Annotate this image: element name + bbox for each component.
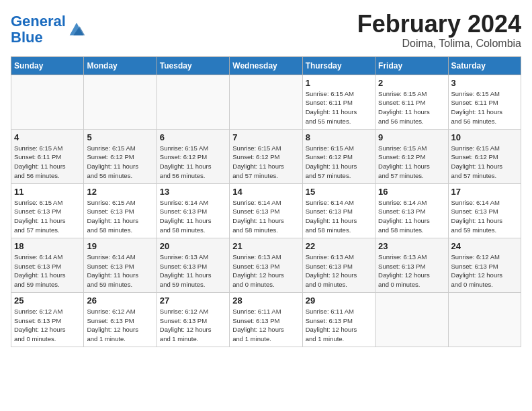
- day-number: 9: [378, 132, 445, 142]
- calendar-cell: 21Sunrise: 6:13 AM Sunset: 6:13 PM Dayli…: [230, 238, 302, 292]
- day-info: Sunrise: 6:12 AM Sunset: 6:13 PM Dayligh…: [451, 253, 518, 289]
- logo-text: GeneralBlue: [11, 13, 66, 46]
- calendar-cell: 8Sunrise: 6:15 AM Sunset: 6:12 PM Daylig…: [302, 129, 375, 183]
- day-info: Sunrise: 6:14 AM Sunset: 6:13 PM Dayligh…: [306, 198, 372, 235]
- day-info: Sunrise: 6:15 AM Sunset: 6:13 PM Dayligh…: [87, 198, 153, 235]
- calendar-cell: 24Sunrise: 6:12 AM Sunset: 6:13 PM Dayli…: [448, 238, 521, 292]
- day-number: 10: [451, 132, 518, 142]
- day-number: 26: [87, 295, 153, 306]
- calendar-cell: 18Sunrise: 6:14 AM Sunset: 6:13 PM Dayli…: [11, 238, 84, 292]
- day-info: Sunrise: 6:13 AM Sunset: 6:13 PM Dayligh…: [378, 253, 445, 289]
- day-info: Sunrise: 6:15 AM Sunset: 6:11 PM Dayligh…: [306, 89, 372, 126]
- day-number: 24: [451, 241, 518, 251]
- calendar-cell: 16Sunrise: 6:14 AM Sunset: 6:13 PM Dayli…: [375, 183, 448, 238]
- calendar-cell: 4Sunrise: 6:15 AM Sunset: 6:11 PM Daylig…: [11, 129, 84, 183]
- day-info: Sunrise: 6:12 AM Sunset: 6:13 PM Dayligh…: [160, 307, 226, 344]
- day-info: Sunrise: 6:15 AM Sunset: 6:12 PM Dayligh…: [306, 144, 372, 181]
- day-info: Sunrise: 6:13 AM Sunset: 6:13 PM Dayligh…: [160, 253, 226, 289]
- calendar-cell: 5Sunrise: 6:15 AM Sunset: 6:12 PM Daylig…: [84, 129, 157, 183]
- day-number: 3: [451, 78, 518, 88]
- day-number: 12: [87, 187, 153, 197]
- day-number: 14: [232, 187, 299, 197]
- day-info: Sunrise: 6:11 AM Sunset: 6:13 PM Dayligh…: [306, 307, 372, 344]
- day-number: 8: [306, 132, 372, 142]
- calendar-cell: 20Sunrise: 6:13 AM Sunset: 6:13 PM Dayli…: [157, 238, 229, 292]
- calendar-cell: 13Sunrise: 6:14 AM Sunset: 6:13 PM Dayli…: [157, 183, 229, 238]
- calendar-cell: 3Sunrise: 6:15 AM Sunset: 6:11 PM Daylig…: [448, 75, 521, 129]
- day-info: Sunrise: 6:14 AM Sunset: 6:13 PM Dayligh…: [232, 198, 299, 235]
- calendar-cell: 26Sunrise: 6:12 AM Sunset: 6:13 PM Dayli…: [84, 292, 157, 347]
- day-info: Sunrise: 6:12 AM Sunset: 6:13 PM Dayligh…: [14, 307, 81, 344]
- day-number: 5: [87, 132, 153, 142]
- title-area: February 2024 Doima, Tolima, Colombia: [357, 11, 521, 50]
- calendar-body: 1Sunrise: 6:15 AM Sunset: 6:11 PM Daylig…: [11, 75, 521, 347]
- day-number: 4: [14, 132, 81, 142]
- day-info: Sunrise: 6:11 AM Sunset: 6:13 PM Dayligh…: [232, 307, 299, 344]
- day-info: Sunrise: 6:14 AM Sunset: 6:13 PM Dayligh…: [451, 198, 518, 235]
- page-header: GeneralBlue February 2024 Doima, Tolima,…: [11, 11, 521, 50]
- calendar-cell: 14Sunrise: 6:14 AM Sunset: 6:13 PM Dayli…: [230, 183, 302, 238]
- col-header-saturday: Saturday: [448, 56, 521, 75]
- logo-icon: [67, 20, 86, 39]
- day-info: Sunrise: 6:15 AM Sunset: 6:13 PM Dayligh…: [14, 198, 81, 235]
- col-header-monday: Monday: [84, 56, 157, 75]
- day-number: 23: [378, 241, 445, 251]
- calendar-cell: 7Sunrise: 6:15 AM Sunset: 6:12 PM Daylig…: [230, 129, 302, 183]
- day-number: 6: [160, 132, 226, 142]
- calendar-cell: 10Sunrise: 6:15 AM Sunset: 6:12 PM Dayli…: [448, 129, 521, 183]
- col-header-thursday: Thursday: [302, 56, 375, 75]
- day-info: Sunrise: 6:15 AM Sunset: 6:12 PM Dayligh…: [232, 144, 299, 181]
- calendar-cell: 25Sunrise: 6:12 AM Sunset: 6:13 PM Dayli…: [11, 292, 84, 347]
- day-info: Sunrise: 6:15 AM Sunset: 6:12 PM Dayligh…: [451, 144, 518, 181]
- calendar-cell: [230, 75, 302, 129]
- week-row-1: 1Sunrise: 6:15 AM Sunset: 6:11 PM Daylig…: [11, 75, 521, 129]
- calendar-cell: 9Sunrise: 6:15 AM Sunset: 6:12 PM Daylig…: [375, 129, 448, 183]
- day-number: 21: [232, 241, 299, 251]
- col-header-wednesday: Wednesday: [230, 56, 302, 75]
- calendar-cell: 27Sunrise: 6:12 AM Sunset: 6:13 PM Dayli…: [157, 292, 229, 347]
- day-info: Sunrise: 6:14 AM Sunset: 6:13 PM Dayligh…: [378, 198, 445, 235]
- calendar-cell: 17Sunrise: 6:14 AM Sunset: 6:13 PM Dayli…: [448, 183, 521, 238]
- day-info: Sunrise: 6:15 AM Sunset: 6:12 PM Dayligh…: [160, 144, 226, 181]
- location-title: Doima, Tolima, Colombia: [357, 38, 521, 50]
- calendar-cell: 15Sunrise: 6:14 AM Sunset: 6:13 PM Dayli…: [302, 183, 375, 238]
- day-info: Sunrise: 6:13 AM Sunset: 6:13 PM Dayligh…: [306, 253, 372, 289]
- day-info: Sunrise: 6:14 AM Sunset: 6:13 PM Dayligh…: [160, 198, 226, 235]
- calendar-cell: 2Sunrise: 6:15 AM Sunset: 6:11 PM Daylig…: [375, 75, 448, 129]
- day-info: Sunrise: 6:15 AM Sunset: 6:11 PM Dayligh…: [451, 89, 518, 126]
- column-headers-row: SundayMondayTuesdayWednesdayThursdayFrid…: [11, 56, 521, 75]
- calendar-cell: 29Sunrise: 6:11 AM Sunset: 6:13 PM Dayli…: [302, 292, 375, 347]
- day-number: 22: [306, 241, 372, 251]
- week-row-5: 25Sunrise: 6:12 AM Sunset: 6:13 PM Dayli…: [11, 292, 521, 347]
- day-info: Sunrise: 6:15 AM Sunset: 6:12 PM Dayligh…: [378, 144, 445, 181]
- calendar-cell: [11, 75, 84, 129]
- day-number: 25: [14, 295, 81, 306]
- day-info: Sunrise: 6:12 AM Sunset: 6:13 PM Dayligh…: [87, 307, 153, 344]
- calendar-cell: [375, 292, 448, 347]
- col-header-tuesday: Tuesday: [157, 56, 229, 75]
- day-info: Sunrise: 6:13 AM Sunset: 6:13 PM Dayligh…: [232, 253, 299, 289]
- week-row-2: 4Sunrise: 6:15 AM Sunset: 6:11 PM Daylig…: [11, 129, 521, 183]
- day-number: 18: [14, 241, 81, 251]
- day-number: 13: [160, 187, 226, 197]
- calendar-cell: [448, 292, 521, 347]
- week-row-3: 11Sunrise: 6:15 AM Sunset: 6:13 PM Dayli…: [11, 183, 521, 238]
- day-info: Sunrise: 6:14 AM Sunset: 6:13 PM Dayligh…: [87, 253, 153, 289]
- day-number: 27: [160, 295, 226, 306]
- calendar-cell: 22Sunrise: 6:13 AM Sunset: 6:13 PM Dayli…: [302, 238, 375, 292]
- day-info: Sunrise: 6:15 AM Sunset: 6:11 PM Dayligh…: [14, 144, 81, 181]
- day-number: 11: [14, 187, 81, 197]
- calendar-cell: 28Sunrise: 6:11 AM Sunset: 6:13 PM Dayli…: [230, 292, 302, 347]
- calendar-cell: [157, 75, 229, 129]
- day-number: 29: [306, 295, 372, 306]
- calendar-cell: 23Sunrise: 6:13 AM Sunset: 6:13 PM Dayli…: [375, 238, 448, 292]
- day-number: 28: [232, 295, 299, 306]
- calendar-cell: 11Sunrise: 6:15 AM Sunset: 6:13 PM Dayli…: [11, 183, 84, 238]
- day-info: Sunrise: 6:15 AM Sunset: 6:11 PM Dayligh…: [378, 89, 445, 126]
- day-number: 7: [232, 132, 299, 142]
- col-header-friday: Friday: [375, 56, 448, 75]
- calendar-cell: 19Sunrise: 6:14 AM Sunset: 6:13 PM Dayli…: [84, 238, 157, 292]
- day-number: 2: [378, 78, 445, 88]
- calendar-cell: 6Sunrise: 6:15 AM Sunset: 6:12 PM Daylig…: [157, 129, 229, 183]
- day-info: Sunrise: 6:14 AM Sunset: 6:13 PM Dayligh…: [14, 253, 81, 289]
